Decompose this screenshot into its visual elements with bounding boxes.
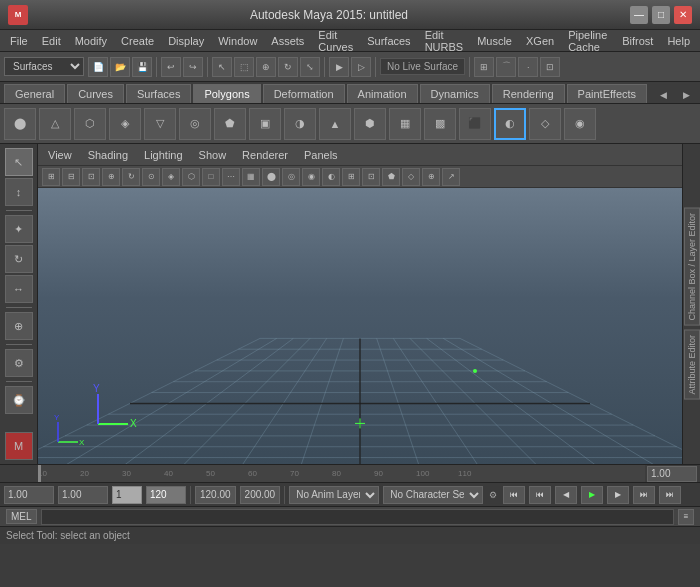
shelf-icon-16[interactable]: ◇ bbox=[529, 108, 561, 140]
menu-window[interactable]: Window bbox=[212, 33, 263, 49]
rotate-icon[interactable]: ↻ bbox=[278, 57, 298, 77]
menu-muscle[interactable]: Muscle bbox=[471, 33, 518, 49]
viewport-3d[interactable]: X Y bbox=[38, 188, 682, 464]
prev-frame-btn[interactable]: ◀ bbox=[555, 486, 577, 504]
viewport-panels-menu[interactable]: Panels bbox=[298, 147, 344, 163]
shelf-icon-3[interactable]: ⬡ bbox=[74, 108, 106, 140]
scale-icon[interactable]: ⤡ bbox=[300, 57, 320, 77]
vp-icon-21[interactable]: ↗ bbox=[442, 168, 460, 186]
menu-assets[interactable]: Assets bbox=[265, 33, 310, 49]
time-start-field[interactable] bbox=[4, 486, 54, 504]
paint-select-tool[interactable]: ↕ bbox=[5, 178, 33, 206]
close-button[interactable]: ✕ bbox=[674, 6, 692, 24]
ipr-icon[interactable]: ▷ bbox=[351, 57, 371, 77]
vp-icon-16[interactable]: ⊞ bbox=[342, 168, 360, 186]
vp-icon-3[interactable]: ⊡ bbox=[82, 168, 100, 186]
menu-bifrost[interactable]: Bifrost bbox=[616, 33, 659, 49]
shelf-icon-4[interactable]: ◈ bbox=[109, 108, 141, 140]
vp-icon-8[interactable]: ⬡ bbox=[182, 168, 200, 186]
shelf-icon-1[interactable]: ⬤ bbox=[4, 108, 36, 140]
undo-icon[interactable]: ↩ bbox=[161, 57, 181, 77]
select-tool[interactable]: ↖ bbox=[5, 148, 33, 176]
time-current-field[interactable] bbox=[58, 486, 108, 504]
minimize-button[interactable]: — bbox=[630, 6, 648, 24]
tab-polygons[interactable]: Polygons bbox=[193, 84, 260, 103]
vp-icon-19[interactable]: ◇ bbox=[402, 168, 420, 186]
prev-key-btn[interactable]: ⏮ bbox=[529, 486, 551, 504]
anim-layer-dropdown[interactable]: No Anim Layer bbox=[289, 486, 379, 504]
menu-surfaces[interactable]: Surfaces bbox=[361, 33, 416, 49]
vp-icon-7[interactable]: ◈ bbox=[162, 168, 180, 186]
shelf-icon-7[interactable]: ⬟ bbox=[214, 108, 246, 140]
next-frame-btn[interactable]: ▶ bbox=[607, 486, 629, 504]
tab-general[interactable]: General bbox=[4, 84, 65, 103]
menu-edit-curves[interactable]: Edit Curves bbox=[312, 27, 359, 55]
shelf-icon-17[interactable]: ◉ bbox=[564, 108, 596, 140]
vp-icon-17[interactable]: ⊡ bbox=[362, 168, 380, 186]
move-icon[interactable]: ⊕ bbox=[256, 57, 276, 77]
skip-start-btn[interactable]: ⏮ bbox=[503, 486, 525, 504]
workspace-dropdown[interactable]: Surfaces bbox=[4, 57, 84, 76]
range-end-input[interactable] bbox=[647, 466, 697, 482]
tab-surfaces[interactable]: Surfaces bbox=[126, 84, 191, 103]
menu-pipeline-cache[interactable]: Pipeline Cache bbox=[562, 27, 614, 55]
shelf-scroll-right[interactable]: ▶ bbox=[677, 87, 696, 103]
vp-icon-9[interactable]: □ bbox=[202, 168, 220, 186]
soft-mod-tool[interactable]: ⚙ bbox=[5, 349, 33, 377]
new-scene-icon[interactable]: 📄 bbox=[88, 57, 108, 77]
vp-icon-2[interactable]: ⊟ bbox=[62, 168, 80, 186]
tab-animation[interactable]: Animation bbox=[347, 84, 418, 103]
rotate-tool[interactable]: ↻ bbox=[5, 245, 33, 273]
history-icon[interactable]: ⌚ bbox=[5, 386, 33, 414]
maya-logo-icon[interactable]: M bbox=[5, 432, 33, 460]
shelf-icon-10[interactable]: ▲ bbox=[319, 108, 351, 140]
universal-manip[interactable]: ⊕ bbox=[5, 312, 33, 340]
vp-icon-10[interactable]: ⋯ bbox=[222, 168, 240, 186]
viewport-view-menu[interactable]: View bbox=[42, 147, 78, 163]
shelf-icon-5[interactable]: ▽ bbox=[144, 108, 176, 140]
viewport-lighting-menu[interactable]: Lighting bbox=[138, 147, 189, 163]
move-tool[interactable]: ✦ bbox=[5, 215, 33, 243]
select-icon[interactable]: ↖ bbox=[212, 57, 232, 77]
play-btn[interactable]: ▶ bbox=[581, 486, 603, 504]
attribute-editor-tab[interactable]: Attribute Editor bbox=[684, 330, 700, 400]
menu-modify[interactable]: Modify bbox=[69, 33, 113, 49]
vp-icon-12[interactable]: ⬤ bbox=[262, 168, 280, 186]
menu-display[interactable]: Display bbox=[162, 33, 210, 49]
tab-rendering[interactable]: Rendering bbox=[492, 84, 565, 103]
redo-icon[interactable]: ↪ bbox=[183, 57, 203, 77]
status-right-icon[interactable]: ≡ bbox=[678, 509, 694, 525]
menu-xgen[interactable]: XGen bbox=[520, 33, 560, 49]
shelf-icon-2[interactable]: △ bbox=[39, 108, 71, 140]
vp-icon-18[interactable]: ⬟ bbox=[382, 168, 400, 186]
menu-create[interactable]: Create bbox=[115, 33, 160, 49]
menu-help[interactable]: Help bbox=[661, 33, 696, 49]
snap-point-icon[interactable]: · bbox=[518, 57, 538, 77]
vp-icon-4[interactable]: ⊕ bbox=[102, 168, 120, 186]
channel-box-tab[interactable]: Channel Box / Layer Editor bbox=[684, 208, 700, 326]
shelf-icon-11[interactable]: ⬢ bbox=[354, 108, 386, 140]
vp-icon-20[interactable]: ⊕ bbox=[422, 168, 440, 186]
snap-curve-icon[interactable]: ⌒ bbox=[496, 57, 516, 77]
shelf-icon-12[interactable]: ▦ bbox=[389, 108, 421, 140]
snap-view-icon[interactable]: ⊡ bbox=[540, 57, 560, 77]
menu-file[interactable]: File bbox=[4, 33, 34, 49]
viewport-renderer-menu[interactable]: Renderer bbox=[236, 147, 294, 163]
char-set-dropdown[interactable]: No Character Set bbox=[383, 486, 483, 504]
skip-end-btn[interactable]: ⏭ bbox=[659, 486, 681, 504]
open-icon[interactable]: 📂 bbox=[110, 57, 130, 77]
next-key-btn[interactable]: ⏭ bbox=[633, 486, 655, 504]
tab-dynamics[interactable]: Dynamics bbox=[420, 84, 490, 103]
vp-icon-15[interactable]: ◐ bbox=[322, 168, 340, 186]
char-set-icon[interactable]: ⚙ bbox=[487, 490, 499, 500]
scale-tool[interactable]: ↔ bbox=[5, 275, 33, 303]
viewport-shading-menu[interactable]: Shading bbox=[82, 147, 134, 163]
tab-deformation[interactable]: Deformation bbox=[263, 84, 345, 103]
vp-icon-14[interactable]: ◉ bbox=[302, 168, 320, 186]
shelf-icon-15[interactable]: ◐ bbox=[494, 108, 526, 140]
tab-painteffects[interactable]: PaintEffects bbox=[567, 84, 648, 103]
mel-input[interactable] bbox=[41, 509, 674, 525]
vp-icon-13[interactable]: ◎ bbox=[282, 168, 300, 186]
shelf-scroll-left[interactable]: ◀ bbox=[654, 87, 673, 103]
vp-icon-1[interactable]: ⊞ bbox=[42, 168, 60, 186]
